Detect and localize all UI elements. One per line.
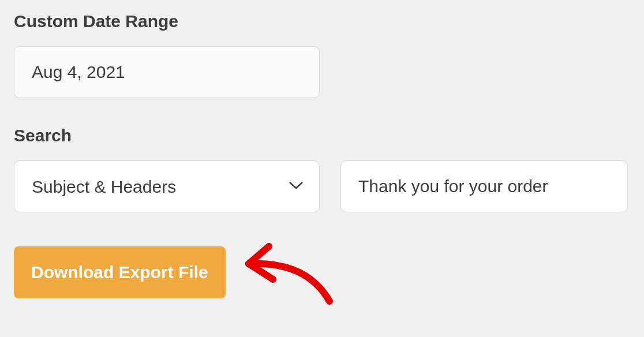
search-label: Search (14, 126, 630, 145)
arrow-annotation-icon (237, 238, 341, 307)
search-field-select-wrapper: Subject & Headers (14, 160, 320, 212)
search-query-input[interactable] (340, 160, 628, 212)
date-input[interactable] (14, 46, 320, 98)
custom-date-range-label: Custom Date Range (14, 12, 630, 31)
search-row: Subject & Headers (14, 160, 630, 212)
download-export-file-button[interactable]: Download Export File (14, 246, 226, 298)
search-field-select[interactable]: Subject & Headers (14, 160, 320, 212)
download-row: Download Export File (14, 238, 630, 307)
search-group: Search Subject & Headers (14, 126, 630, 212)
custom-date-range-group: Custom Date Range (14, 12, 630, 98)
